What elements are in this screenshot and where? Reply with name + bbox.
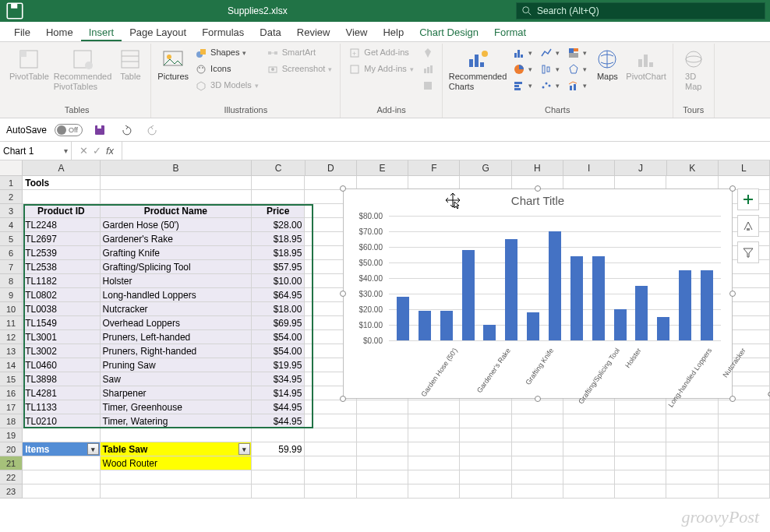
save-icon[interactable] [5,2,25,19]
redo-button[interactable] [143,121,162,139]
tab-review[interactable]: Review [289,23,338,41]
filter-dropdown-icon[interactable]: ▾ [87,443,99,455]
cell[interactable]: Items▾ [23,442,100,456]
cell[interactable] [460,470,511,484]
cell[interactable] [357,400,408,414]
cell[interactable] [666,442,718,456]
column-header[interactable]: E [357,160,408,176]
row-header[interactable]: 2 [0,190,23,204]
tab-home[interactable]: Home [38,23,81,41]
cell[interactable] [408,484,460,499]
chart-bar[interactable] [679,270,691,340]
cell[interactable]: Pruners, Right-handed [101,344,253,358]
tab-data[interactable]: Data [252,23,288,41]
row-header[interactable]: 3 [0,204,23,218]
chart-filters-button[interactable] [737,241,759,263]
cell[interactable]: TL3001 [23,330,100,344]
cell[interactable]: TL2538 [23,260,100,274]
3d-map-button[interactable]: 3D Map [678,45,709,93]
cell[interactable]: Pruners, Left-handed [101,330,253,344]
cell[interactable]: $28.00 [252,218,305,232]
cell[interactable]: TL0038 [23,302,100,316]
radar-chart-button[interactable]: ▾ [564,62,590,77]
row-header[interactable]: 4 [0,218,23,232]
cell[interactable] [719,442,770,456]
chart-bar[interactable] [570,256,583,340]
my-addins-button[interactable]: My Add-ins▾ [345,62,416,77]
chart-bar[interactable] [397,297,409,340]
chart-title[interactable]: Chart Title [344,189,732,209]
cell[interactable] [563,456,615,470]
treemap-chart-button[interactable]: ▾ [564,45,590,61]
cell[interactable] [101,470,253,484]
cell[interactable]: Gardener's Rake [101,232,253,246]
cell[interactable]: $57.95 [252,260,305,274]
cell[interactable]: TL2248 [23,218,100,232]
cell[interactable] [101,190,253,204]
cell[interactable]: TL0460 [23,358,100,372]
cell[interactable]: $54.00 [252,344,305,358]
cell[interactable] [305,414,356,428]
column-header[interactable]: H [512,160,563,176]
chart-bar[interactable] [527,312,539,340]
resize-handle[interactable] [340,185,346,192]
cell[interactable] [615,456,666,470]
chart-bar[interactable] [549,231,561,340]
cell[interactable] [357,484,408,499]
cell[interactable]: Table Saw▾ [101,442,253,456]
chart-bar[interactable] [505,239,517,340]
cell[interactable] [101,428,253,442]
row-header[interactable]: 13 [0,344,23,358]
chart-bar[interactable] [635,286,648,340]
column-header[interactable]: G [460,160,511,176]
row-header[interactable]: 18 [0,414,23,428]
resize-handle[interactable] [340,396,346,402]
pie-chart-button[interactable]: ▾ [510,62,535,77]
tab-file[interactable]: File [6,23,38,41]
recommended-charts-button[interactable]: Recommended Charts [447,45,509,93]
cell[interactable] [460,428,511,442]
cell[interactable] [563,414,615,428]
cell[interactable] [408,400,460,414]
chart-bar[interactable] [462,250,475,340]
embedded-chart[interactable]: Chart Title$0.00$10.00$20.00$30.00$40.00… [343,188,733,399]
cell[interactable] [460,414,511,428]
cell[interactable]: Sharpener [101,386,253,400]
row-header[interactable]: 15 [0,372,23,386]
cell[interactable] [252,190,305,204]
row-header[interactable]: 9 [0,288,23,302]
cell[interactable] [563,442,615,456]
cell[interactable] [357,428,408,442]
cell[interactable]: Product ID [23,204,100,218]
cell[interactable] [408,456,460,470]
chart-bar[interactable] [614,309,627,340]
cell[interactable]: Price [252,204,305,218]
pictures-button[interactable]: Pictures [156,45,190,93]
cell[interactable] [408,442,460,456]
chart-bar[interactable] [483,325,496,340]
cell[interactable]: $18.00 [252,302,305,316]
table-button[interactable]: Table [115,45,146,93]
fx-icon[interactable]: fx [106,145,114,157]
cell[interactable] [666,414,718,428]
cell[interactable] [252,484,305,499]
tab-help[interactable]: Help [375,23,411,41]
smartart-button[interactable]: SmartArt [263,45,336,61]
cell[interactable] [305,400,356,414]
chart-bar[interactable] [657,317,669,340]
chart-elements-button[interactable] [737,188,759,210]
cell[interactable]: TL1133 [23,400,100,414]
stat-chart-button[interactable]: ▾ [537,62,563,77]
column-chart-button[interactable]: ▾ [510,45,535,61]
cell[interactable] [460,442,511,456]
cell[interactable] [252,176,305,190]
cell[interactable]: Pruning Saw [101,358,253,372]
column-header[interactable]: B [101,160,253,176]
cell[interactable] [615,470,666,484]
bar-chart-button[interactable]: ▾ [510,78,535,93]
scatter-chart-button[interactable]: ▾ [537,78,563,93]
cell[interactable]: Garden Hose (50') [101,218,253,232]
undo-button[interactable] [117,121,136,139]
pivottable-button[interactable]: PivotTable [8,45,51,93]
column-header[interactable]: C [252,160,305,176]
